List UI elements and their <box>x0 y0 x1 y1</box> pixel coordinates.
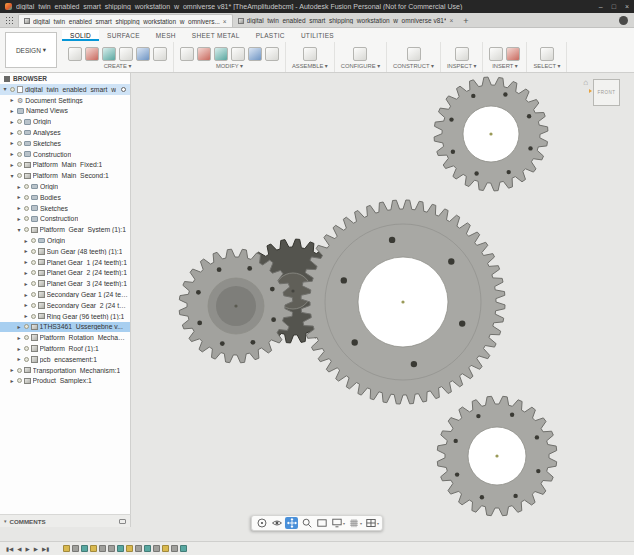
expand-arrow-icon[interactable]: ▸ <box>9 149 15 159</box>
visibility-bulb-icon[interactable] <box>24 335 29 340</box>
ribbon-tab-mesh[interactable]: MESH <box>148 30 184 41</box>
tree-item[interactable]: ▸Sketches <box>0 138 130 149</box>
visibility-bulb-icon[interactable] <box>17 119 22 124</box>
expand-arrow-icon[interactable]: ▸ <box>16 214 22 224</box>
revolve-icon[interactable] <box>119 47 133 61</box>
expand-arrow-icon[interactable]: ▸ <box>9 138 15 148</box>
ribbon-tab-utilities[interactable]: UTILITIES <box>293 30 342 41</box>
tree-item[interactable]: ▸Origin <box>0 116 130 127</box>
activate-component-radio[interactable] <box>121 87 126 92</box>
ribbon-group-label[interactable]: SELECT ▾ <box>533 63 560 71</box>
expand-arrow-icon[interactable]: ▸ <box>23 300 29 310</box>
tab-close-icon[interactable]: × <box>223 18 227 25</box>
ribbon-group-label[interactable]: CONFIGURE ▾ <box>341 63 380 71</box>
collapse-arrow-icon[interactable]: ▾ <box>2 84 8 94</box>
expand-arrow-icon[interactable]: ▸ <box>16 322 22 332</box>
ribbon-group-label[interactable]: INSPECT ▾ <box>447 63 477 71</box>
select-icon[interactable] <box>540 47 554 61</box>
visibility-bulb-icon[interactable] <box>31 249 36 254</box>
collapse-arrow-icon[interactable]: ▾ <box>16 225 22 235</box>
joint-icon[interactable] <box>303 47 317 61</box>
expand-arrow-icon[interactable]: ▸ <box>23 268 29 278</box>
browser-header[interactable]: BROWSER <box>0 73 130 84</box>
viewport-layout-icon[interactable] <box>364 517 377 529</box>
tree-item[interactable]: ▸Named Views <box>0 106 130 117</box>
user-avatar[interactable] <box>619 16 628 25</box>
tree-item[interactable]: ▸pcb_encasement:1 <box>0 354 130 365</box>
tree-item[interactable]: ▸Transportation_Mechanism:1 <box>0 365 130 376</box>
expand-arrow-icon[interactable]: ▸ <box>23 236 29 246</box>
viewcube-home-icon[interactable]: ⌂ <box>583 79 588 87</box>
play-button[interactable]: ▶ <box>25 543 31 555</box>
chevron-down-icon[interactable]: ▾ <box>360 521 362 526</box>
visibility-bulb-icon[interactable] <box>31 238 36 243</box>
visibility-bulb-icon[interactable] <box>17 368 22 373</box>
ribbon-group-label[interactable]: INSERT ▾ <box>492 63 518 71</box>
tree-item[interactable]: ▸1THS3461_Ussergebne v... <box>0 322 130 333</box>
minimize-button[interactable]: – <box>599 3 603 10</box>
look-at-icon[interactable] <box>270 517 283 529</box>
timeline-feature-joint[interactable] <box>180 545 187 552</box>
expand-arrow-icon[interactable]: ▸ <box>16 203 22 213</box>
tree-item[interactable]: ▾Platform_Main_Second:1 <box>0 170 130 181</box>
secondary-gear-top-right[interactable] <box>434 77 548 191</box>
timeline-feature-sketch[interactable] <box>90 545 97 552</box>
combine-icon[interactable] <box>231 47 245 61</box>
new-tab-button[interactable]: + <box>463 16 468 26</box>
expand-arrow-icon[interactable]: ▸ <box>23 290 29 300</box>
visibility-bulb-icon[interactable] <box>17 152 22 157</box>
move-copy-icon[interactable] <box>248 47 262 61</box>
shell-icon[interactable] <box>214 47 228 61</box>
ribbon-group-label[interactable]: CONSTRUCT ▾ <box>393 63 434 71</box>
visibility-bulb-icon[interactable] <box>17 130 22 135</box>
tree-item[interactable]: ▸Secondary Gear_2 (24 teet... <box>0 300 130 311</box>
design-workspace-button[interactable]: DESIGN ▾ <box>5 32 57 68</box>
timeline-feature-component[interactable] <box>72 545 79 552</box>
timeline-feature-component[interactable] <box>171 545 178 552</box>
data-panel-toggle-icon[interactable] <box>5 16 14 25</box>
expand-arrow-icon[interactable]: ▸ <box>9 106 15 116</box>
visibility-bulb-icon[interactable] <box>17 173 22 178</box>
skip-to-end-button[interactable]: ▶▮ <box>41 543 50 555</box>
timeline-feature-component[interactable] <box>153 545 160 552</box>
expand-arrow-icon[interactable]: ▸ <box>23 246 29 256</box>
sun-gear-center[interactable] <box>301 200 505 404</box>
grid-settings-icon[interactable] <box>347 517 360 529</box>
expand-arrow-icon[interactable]: ▸ <box>9 376 15 386</box>
expand-arrow-icon[interactable]: ▸ <box>9 128 15 138</box>
document-tab[interactable]: digital_twin_enabled_smart_shipping_work… <box>233 14 459 27</box>
visibility-bulb-icon[interactable] <box>24 227 29 232</box>
new-component-icon[interactable] <box>68 47 82 61</box>
close-button[interactable]: × <box>625 3 629 10</box>
step-forward-button[interactable]: ▶ <box>33 543 39 555</box>
fillet-icon[interactable] <box>197 47 211 61</box>
display-settings-icon[interactable] <box>330 517 343 529</box>
create-sketch-icon[interactable] <box>85 47 99 61</box>
expand-arrow-icon[interactable]: ▸ <box>23 257 29 267</box>
tree-item[interactable]: ▸Analyses <box>0 127 130 138</box>
document-tab[interactable]: digital_twin_enabled_smart_shipping_work… <box>18 14 233 27</box>
tree-item[interactable]: ▸Construction <box>0 149 130 160</box>
expand-arrow-icon[interactable]: ▸ <box>9 117 15 127</box>
visibility-bulb-icon[interactable] <box>24 346 29 351</box>
decal-icon[interactable] <box>506 47 520 61</box>
collapse-arrow-icon[interactable]: ▾ <box>9 171 15 181</box>
visibility-bulb-icon[interactable] <box>24 195 29 200</box>
timeline-feature-sketch[interactable] <box>162 545 169 552</box>
expand-arrow-icon[interactable]: ▸ <box>23 311 29 321</box>
timeline-feature-joint[interactable] <box>81 545 88 552</box>
measure-icon[interactable] <box>455 47 469 61</box>
visibility-bulb-icon[interactable] <box>24 184 29 189</box>
expand-arrow-icon[interactable]: ▸ <box>16 333 22 343</box>
visibility-bulb-icon[interactable] <box>31 303 36 308</box>
sweep-icon[interactable] <box>136 47 150 61</box>
viewcube[interactable]: FRONT <box>593 79 620 106</box>
timeline-feature-component[interactable] <box>108 545 115 552</box>
tree-item[interactable]: ▸Origin <box>0 235 130 246</box>
visibility-bulb-icon[interactable] <box>31 281 36 286</box>
pan-icon[interactable] <box>285 517 298 529</box>
visibility-bulb-icon[interactable] <box>24 206 29 211</box>
tree-item[interactable]: ▸Platform_Main_Fixed:1 <box>0 160 130 171</box>
visibility-bulb-icon[interactable] <box>10 87 15 92</box>
ribbon-group-label[interactable]: MODIFY ▾ <box>216 63 243 71</box>
